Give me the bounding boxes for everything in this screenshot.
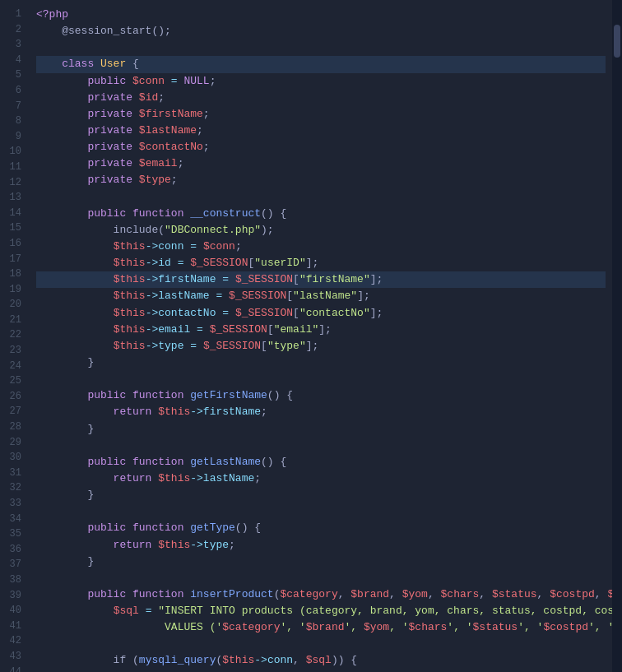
line-number-31: 31: [0, 466, 26, 481]
code-line-41: echo "<p>Product has been added to the c…: [36, 670, 606, 672]
code-line-17: $this->firstName = $_SESSION["firstName"…: [36, 271, 606, 288]
code-line-32: public function getType() {: [36, 520, 606, 536]
code-line-31: [36, 503, 606, 520]
code-line-5: public $conn = NULL;: [36, 73, 606, 90]
code-line-39: [36, 636, 606, 652]
line-number-37: 37: [0, 557, 26, 572]
code-line-12: [36, 189, 606, 206]
line-number-20: 20: [0, 297, 26, 313]
code-line-19: $this->contactNo = $_SESSION["contactNo"…: [36, 305, 606, 322]
line-number-15: 15: [0, 220, 26, 236]
code-line-35: [36, 570, 606, 586]
code-line-25: return $this->firstName;: [36, 404, 606, 420]
line-number-28: 28: [0, 419, 26, 435]
line-number-35: 35: [0, 526, 26, 542]
line-number-10: 10: [0, 144, 26, 160]
line-number-23: 23: [0, 343, 26, 359]
code-line-18: $this->lastName = $_SESSION["lastName"];: [36, 288, 606, 304]
code-line-9: private $contactNo;: [36, 139, 606, 155]
line-number-8: 8: [0, 114, 26, 129]
code-line-30: }: [36, 487, 606, 503]
line-number-18: 18: [0, 266, 26, 282]
line-number-34: 34: [0, 512, 26, 527]
code-line-2: @session_start();: [36, 23, 606, 39]
line-number-17: 17: [0, 252, 26, 267]
code-line-15: $this->conn = $conn;: [36, 239, 606, 255]
line-number-32: 32: [0, 480, 26, 496]
line-number-30: 30: [0, 450, 26, 466]
line-number-19: 19: [0, 282, 26, 298]
code-line-34: }: [36, 554, 606, 570]
line-number-11: 11: [0, 160, 26, 175]
code-line-33: return $this->type;: [36, 537, 606, 554]
code-line-6: private $id;: [36, 90, 606, 106]
code-line-21: $this->type = $_SESSION["type"];: [36, 338, 606, 355]
scrollbar[interactable]: [612, 0, 622, 672]
line-number-25: 25: [0, 373, 26, 389]
line-number-36: 36: [0, 542, 26, 558]
line-numbers: 1234567891011121314151617181920212223242…: [0, 0, 33, 672]
line-number-43: 43: [0, 649, 26, 665]
line-number-4: 4: [0, 53, 26, 68]
code-line-40: if (mysqli_query($this->conn, $sql)) {: [36, 652, 606, 669]
code-line-13: public function __construct() {: [36, 206, 606, 222]
code-line-11: private $type;: [36, 172, 606, 188]
line-number-42: 42: [0, 633, 26, 649]
line-number-44: 44: [0, 665, 26, 672]
code-line-29: return $this->lastName;: [36, 470, 606, 487]
line-number-24: 24: [0, 359, 26, 374]
code-line-27: [36, 438, 606, 454]
line-number-3: 3: [0, 37, 26, 53]
code-line-8: private $lastName;: [36, 123, 606, 139]
code-line-24: public function getFirstName() {: [36, 387, 606, 404]
code-line-7: private $firstName;: [36, 106, 606, 123]
line-number-40: 40: [0, 603, 26, 619]
line-number-7: 7: [0, 99, 26, 114]
line-number-5: 5: [0, 67, 26, 83]
line-number-29: 29: [0, 435, 26, 451]
line-number-1: 1: [0, 7, 26, 22]
line-number-14: 14: [0, 206, 26, 221]
line-number-6: 6: [0, 83, 26, 99]
code-line-23: [36, 371, 606, 387]
line-number-22: 22: [0, 327, 26, 343]
line-number-9: 9: [0, 129, 26, 145]
line-number-21: 21: [0, 313, 26, 328]
line-number-2: 2: [0, 22, 26, 38]
line-number-41: 41: [0, 619, 26, 634]
line-number-16: 16: [0, 236, 26, 252]
code-line-4: class User {: [36, 56, 606, 72]
code-line-37: $sql = "INSERT INTO products (category, …: [36, 603, 606, 619]
code-line-22: }: [36, 355, 606, 371]
line-number-39: 39: [0, 588, 26, 604]
code-line-10: private $email;: [36, 155, 606, 172]
line-number-13: 13: [0, 190, 26, 206]
line-number-26: 26: [0, 389, 26, 405]
line-number-38: 38: [0, 572, 26, 588]
code-line-26: }: [36, 421, 606, 438]
code-line-28: public function getLastName() {: [36, 454, 606, 470]
code-line-3: [36, 39, 606, 56]
code-line-16: $this->id = $_SESSION["userID"];: [36, 255, 606, 271]
code-line-20: $this->email = $_SESSION["email"];: [36, 322, 606, 338]
code-line-38: VALUES ('$category', '$brand', $yom, '$c…: [36, 619, 606, 636]
editor: 1234567891011121314151617181920212223242…: [0, 0, 622, 672]
line-number-12: 12: [0, 175, 26, 191]
line-number-27: 27: [0, 404, 26, 419]
code-line-1: <?php: [36, 7, 606, 23]
scrollbar-thumb[interactable]: [614, 25, 620, 58]
code-line-14: include("DBConnect.php");: [36, 222, 606, 239]
line-number-33: 33: [0, 496, 26, 512]
code-line-36: public function insertProduct($category,…: [36, 586, 606, 603]
code-area[interactable]: <?php @session_start(); class User { pub…: [33, 0, 612, 672]
